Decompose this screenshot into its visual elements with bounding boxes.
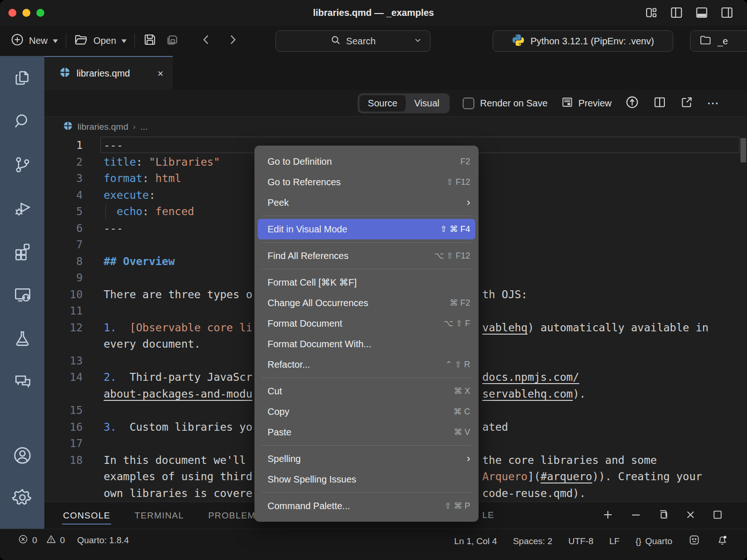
global-search-input[interactable]: Search (275, 30, 430, 52)
close-panel-icon[interactable] (684, 509, 697, 523)
panel-tab-partial[interactable]: LE (482, 510, 494, 520)
code-text[interactable]: In this document we'll (104, 452, 246, 469)
code-text[interactable]: --- (104, 220, 123, 237)
settings-gear-icon[interactable] (12, 487, 33, 508)
menu-item-edit-in-visual-mode[interactable]: Edit in Visual Mode⇧ ⌘ F4 (258, 219, 475, 239)
panel-tab-terminal[interactable]: TERMINAL (134, 504, 185, 527)
menu-item-label: Peek (268, 197, 467, 208)
save-icon[interactable] (142, 32, 157, 49)
code-text-right[interactable]: th OJS: (482, 286, 528, 303)
cursor-position-status[interactable]: Ln 1, Col 4 (454, 536, 497, 546)
tab-libraries-qmd[interactable]: libraries.qmd × (44, 56, 173, 90)
toggle-panel-icon[interactable] (695, 6, 709, 20)
maximize-panel-icon[interactable] (712, 509, 724, 523)
breadcrumb-file[interactable]: libraries.qmd (78, 122, 128, 132)
menu-item-change-all-occurrences[interactable]: Change All Occurrences⌘ F2 (254, 293, 479, 313)
menu-item-paste[interactable]: Paste⌘ V (254, 422, 479, 442)
code-text[interactable]: about-packages-and-modu (104, 385, 253, 402)
code-text[interactable]: There are three types o (104, 286, 253, 303)
source-control-icon[interactable] (12, 154, 33, 175)
project-selector[interactable]: _e (690, 30, 747, 52)
navigate-back-icon[interactable] (199, 33, 213, 49)
code-text[interactable]: format: html (104, 170, 181, 187)
save-all-icon[interactable] (165, 32, 180, 49)
feedback-icon[interactable] (688, 534, 700, 548)
code-text-right[interactable]: code-reuse.qmd). (482, 485, 586, 502)
comments-icon[interactable] (12, 371, 33, 392)
code-text[interactable]: 1. [Observable core li (104, 319, 253, 336)
menu-item-label: Format Cell [⌘K ⌘F] (268, 277, 470, 288)
menu-item-format-document[interactable]: Format Document⌥ ⇧ F (254, 313, 479, 334)
preview-button[interactable]: Preview (561, 96, 612, 111)
code-text-right[interactable]: docs.npmjs.com/ (482, 369, 579, 385)
more-actions-icon[interactable]: ⋯ (707, 96, 720, 111)
menu-item-go-to-references[interactable]: Go to References⇧ F12 (254, 172, 479, 192)
code-text[interactable]: 3. Custom libraries yo (104, 419, 253, 435)
code-text-right[interactable]: ated (482, 419, 508, 435)
indentation-status[interactable]: Spaces: 2 (513, 536, 553, 546)
menu-item-command-palette[interactable]: Command Palette...⇧ ⌘ P (254, 496, 479, 516)
notifications-bell-icon[interactable] (716, 534, 728, 548)
source-visual-toggle[interactable]: Source Visual (358, 93, 450, 113)
code-token: th OJS: (482, 288, 528, 301)
code-token: "Libraries" (149, 156, 220, 168)
quarto-version-status[interactable]: Quarto: 1.8.4 (77, 535, 129, 546)
interpreter-selector[interactable]: Python 3.12.1 (PipEnv: .venv) (493, 30, 673, 52)
source-mode-button[interactable]: Source (359, 95, 406, 112)
menu-item-format-document-with[interactable]: Format Document With... (254, 334, 479, 354)
minimize-panel-icon[interactable] (629, 508, 642, 523)
code-text[interactable]: examples of using third (104, 468, 253, 485)
menu-item-spelling[interactable]: Spelling› (254, 448, 479, 469)
render-on-save-control[interactable]: Render on Save (463, 98, 548, 109)
code-text[interactable]: echo: fenced (104, 203, 194, 220)
remote-explorer-icon[interactable] (12, 284, 33, 306)
code-text[interactable]: ## Overview (104, 253, 175, 270)
render-on-save-checkbox[interactable] (463, 98, 474, 109)
visual-mode-button[interactable]: Visual (406, 95, 448, 112)
chevron-down-icon (413, 35, 423, 47)
code-text-right[interactable]: Arquero](#arquero)). Creating your (482, 468, 702, 485)
account-icon[interactable] (12, 445, 33, 466)
code-text[interactable]: 2. Third-party JavaScr (104, 369, 253, 385)
menu-item-refactor[interactable]: Refactor...⌃ ⇧ R (254, 354, 479, 375)
extensions-icon[interactable] (12, 241, 33, 262)
toggle-secondary-sidebar-icon[interactable] (720, 6, 734, 20)
menu-item-peek[interactable]: Peek› (254, 192, 479, 213)
code-text-right[interactable]: vablehq) automatically available in (482, 319, 709, 336)
menu-item-find-all-references[interactable]: Find All References⌥ ⇧ F12 (254, 245, 479, 266)
search-icon[interactable] (12, 111, 33, 132)
code-text[interactable]: title: "Libraries" (104, 154, 220, 170)
close-icon[interactable]: × (157, 68, 163, 80)
menu-item-show-spelling-issues[interactable]: Show Spelling Issues (254, 469, 479, 490)
code-text[interactable]: --- (104, 137, 123, 154)
code-text-right[interactable]: servablehq.com). (482, 385, 586, 402)
menu-item-copy[interactable]: Copy⌘ C (254, 401, 479, 422)
breadcrumb-more[interactable]: ... (140, 122, 148, 132)
toggle-primary-sidebar-icon[interactable] (669, 6, 684, 20)
open-external-icon[interactable] (680, 95, 694, 112)
add-icon[interactable] (601, 508, 614, 523)
restore-panel-icon[interactable] (657, 509, 669, 523)
code-text-right[interactable]: the core libraries and some (482, 452, 657, 469)
encoding-status[interactable]: UTF-8 (568, 536, 593, 546)
explorer-icon[interactable] (12, 67, 33, 89)
problems-status[interactable]: 0 0 (18, 534, 65, 547)
menu-item-format-cell-k-f[interactable]: Format Cell [⌘K ⌘F] (254, 272, 479, 293)
code-text[interactable]: execute: (104, 187, 155, 203)
run-debug-icon[interactable] (12, 197, 33, 219)
render-icon[interactable] (625, 95, 640, 112)
code-text[interactable]: every document. (104, 336, 201, 352)
menu-item-cut[interactable]: Cut⌘ X (254, 381, 479, 401)
open-button[interactable]: Open ▼ (74, 32, 127, 49)
navigate-forward-icon[interactable] (226, 33, 240, 49)
panel-tab-console[interactable]: CONSOLE (62, 504, 111, 527)
eol-status[interactable]: LF (609, 536, 620, 546)
testing-icon[interactable] (12, 328, 33, 349)
breadcrumb[interactable]: libraries.qmd › ... (44, 117, 747, 137)
code-text[interactable]: own libraries is covere (104, 485, 253, 502)
customize-layout-icon[interactable] (644, 6, 658, 20)
menu-item-go-to-definition[interactable]: Go to DefinitionF2 (254, 151, 479, 172)
split-editor-icon[interactable] (653, 95, 667, 112)
new-button[interactable]: New ▼ (10, 33, 58, 49)
language-mode-status[interactable]: {} Quarto (635, 536, 672, 546)
